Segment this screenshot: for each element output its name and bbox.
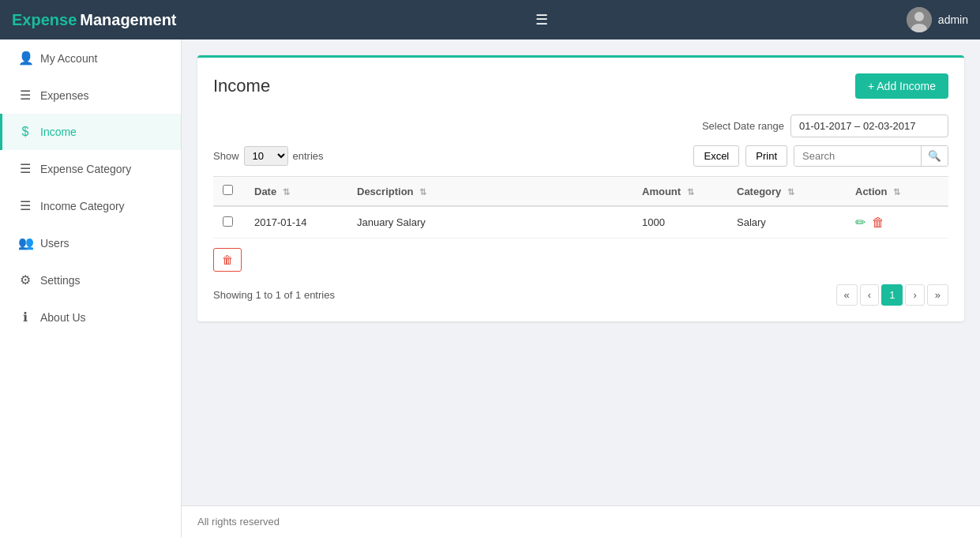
action-btns: ✏ 🗑 — [855, 215, 939, 230]
avatar — [907, 7, 932, 32]
search-box: 🔍 — [794, 145, 948, 167]
show-label: Show — [213, 150, 239, 162]
brand-expense: Expense — [12, 11, 77, 29]
sidebar: 👤 My Account ☰ Expenses $ Income ☰ Expen… — [0, 39, 182, 537]
username-label: admin — [938, 13, 968, 26]
date-range-row: Select Date range — [213, 115, 948, 137]
row-amount: 1000 — [633, 206, 727, 238]
page-first-button[interactable]: « — [836, 284, 858, 306]
edit-button[interactable]: ✏ — [855, 215, 865, 230]
th-date[interactable]: Date ⇅ — [245, 177, 347, 207]
users-icon: 👥 — [18, 235, 32, 250]
menu-toggle-icon[interactable]: ☰ — [535, 11, 548, 28]
sidebar-label-expense-category: Expense Category — [40, 163, 131, 175]
row-description: January Salary — [347, 206, 633, 238]
sidebar-label-income: Income — [40, 126, 77, 138]
entries-label: entries — [293, 150, 324, 162]
add-income-button[interactable]: + Add Income — [855, 73, 948, 99]
row-checkbox[interactable] — [223, 216, 233, 227]
sort-action-icon: ⇅ — [893, 187, 900, 197]
sidebar-item-expenses[interactable]: ☰ Expenses — [0, 77, 181, 114]
user-info: admin — [907, 7, 968, 32]
main-content: Income + Add Income Select Date range Sh… — [182, 39, 980, 505]
row-date: 2017-01-14 — [245, 206, 347, 238]
user-icon: 👤 — [18, 51, 32, 66]
list-icon-3: ☰ — [18, 198, 32, 213]
sidebar-item-my-account[interactable]: 👤 My Account — [0, 39, 181, 77]
page-prev-button[interactable]: ‹ — [860, 284, 879, 306]
income-table: Date ⇅ Description ⇅ Amount ⇅ — [213, 176, 948, 238]
navbar: Expense Management ☰ admin — [0, 0, 980, 39]
controls-right: Excel Print 🔍 — [693, 145, 948, 167]
bulk-delete-button[interactable]: 🗑 — [213, 248, 242, 272]
page-card: Income + Add Income Select Date range Sh… — [197, 55, 964, 321]
delete-row-button[interactable]: 🗑 — [872, 216, 884, 230]
list-icon: ☰ — [18, 88, 32, 103]
search-button[interactable]: 🔍 — [921, 146, 948, 166]
sidebar-label-users: Users — [40, 237, 69, 250]
sidebar-item-income[interactable]: $ Income — [0, 114, 181, 150]
sidebar-item-about-us[interactable]: ℹ About Us — [0, 299, 181, 336]
sidebar-label-my-account: My Account — [40, 52, 97, 65]
th-checkbox — [213, 177, 245, 207]
controls-row: Show 10 25 50 100 entries Excel Print — [213, 145, 948, 167]
page-last-button[interactable]: » — [927, 284, 948, 306]
sort-amount-icon: ⇅ — [687, 187, 694, 197]
sidebar-item-expense-category[interactable]: ☰ Expense Category — [0, 150, 181, 187]
row-action-cell: ✏ 🗑 — [846, 206, 948, 238]
date-range-input[interactable] — [790, 115, 948, 137]
brand-management: Management — [80, 11, 176, 29]
search-input[interactable] — [794, 146, 921, 166]
sidebar-label-income-category: Income Category — [40, 200, 125, 212]
search-icon: 🔍 — [928, 150, 941, 162]
th-category[interactable]: Category ⇅ — [727, 177, 846, 207]
page-current-button[interactable]: 1 — [881, 284, 903, 306]
showing-text: Showing 1 to 1 of 1 entries — [213, 289, 335, 301]
sidebar-item-settings[interactable]: ⚙ Settings — [0, 261, 181, 299]
table-header-row: Date ⇅ Description ⇅ Amount ⇅ — [213, 177, 948, 207]
pagination: « ‹ 1 › » — [836, 284, 948, 306]
page-title: Income — [213, 76, 270, 96]
sort-cat-icon: ⇅ — [787, 187, 794, 197]
sidebar-label-about-us: About Us — [40, 311, 86, 324]
list-icon-2: ☰ — [18, 161, 32, 176]
sidebar-label-settings: Settings — [40, 274, 81, 287]
gear-icon: ⚙ — [18, 272, 32, 287]
date-range-label: Select Date range — [702, 120, 784, 132]
entries-select[interactable]: 10 25 50 100 — [244, 146, 288, 166]
svg-point-1 — [914, 12, 924, 21]
sidebar-item-income-category[interactable]: ☰ Income Category — [0, 187, 181, 224]
table-row: 2017-01-14 January Salary 1000 Salary ✏ … — [213, 206, 948, 238]
main-footer: All rights reserved — [182, 505, 980, 537]
row-checkbox-cell — [213, 206, 245, 238]
footer-text: All rights reserved — [197, 516, 280, 528]
th-action[interactable]: Action ⇅ — [846, 177, 948, 207]
excel-button[interactable]: Excel — [693, 145, 739, 167]
print-button[interactable]: Print — [745, 145, 787, 167]
sidebar-item-users[interactable]: 👥 Users — [0, 224, 181, 261]
page-header: Income + Add Income — [213, 73, 948, 99]
select-all-checkbox[interactable] — [223, 185, 233, 195]
layout: 👤 My Account ☰ Expenses $ Income ☰ Expen… — [0, 39, 980, 537]
th-amount[interactable]: Amount ⇅ — [633, 177, 727, 207]
sort-date-icon: ⇅ — [283, 187, 290, 197]
trash-icon: 🗑 — [222, 253, 233, 266]
th-description[interactable]: Description ⇅ — [347, 177, 633, 207]
show-entries: Show 10 25 50 100 entries — [213, 146, 324, 166]
page-next-button[interactable]: › — [905, 284, 924, 306]
sidebar-label-expenses: Expenses — [40, 89, 88, 102]
info-icon: ℹ — [18, 310, 32, 325]
row-category: Salary — [727, 206, 846, 238]
dollar-icon: $ — [18, 125, 32, 139]
brand: Expense Management — [12, 11, 177, 29]
table-footer: Showing 1 to 1 of 1 entries « ‹ 1 › » — [213, 284, 948, 306]
sort-desc-icon: ⇅ — [419, 187, 426, 197]
